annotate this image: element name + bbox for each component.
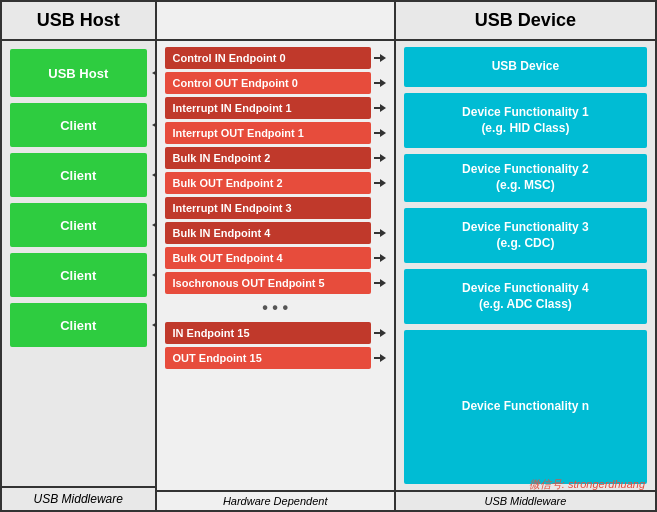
ep-arrow-3 [374,129,386,137]
ep-arrow-2 [374,104,386,112]
client-box-3: Client [10,203,147,247]
endpoints-column: Control IN Endpoint 0 Control OUT Endpoi… [157,2,396,510]
endpoint-box-11: OUT Endpoint 15 [165,347,371,369]
endpoint-box-8: Bulk OUT Endpoint 4 [165,247,371,269]
usb-host-column: USB Host USB Host Client Client [2,2,157,510]
usb-host-body: USB Host Client Client [2,41,155,486]
endpoint-row-9: Isochronous OUT Endpoint 5 [165,272,386,294]
ep-arrow-10 [374,329,386,337]
endpoint-row-10: IN Endpoint 15 [165,322,386,344]
endpoint-box-7: Bulk IN Endpoint 4 [165,222,371,244]
endpoint-box-5: Bulk OUT Endpoint 2 [165,172,371,194]
endpoint-row-11: OUT Endpoint 15 [165,347,386,369]
endpoint-box-3: Interrupt OUT Endpoint 1 [165,122,371,144]
ep-arrow-11 [374,354,386,362]
ep-arrow-4 [374,154,386,162]
endpoint-row-5: Bulk OUT Endpoint 2 [165,172,386,194]
device-func-4-box: Device Functionality 4 (e.g. ADC Class) [404,269,647,324]
device-functionalities-list: USB Device Device Functionality 1 (e.g. … [396,41,655,490]
endpoint-box-9: Isochronous OUT Endpoint 5 [165,272,371,294]
device-func-3-box: Device Functionality 3 (e.g. CDC) [404,208,647,263]
endpoint-box-2: Interrupt IN Endpoint 1 [165,97,371,119]
ep-arrow-7 [374,229,386,237]
device-func-2-box: Device Functionality 2 (e.g. MSC) [404,154,647,202]
hardware-dependent-footer: Hardware Dependent [157,490,394,510]
ep-arrow-5 [374,179,386,187]
endpoint-row-6: Interrupt IN Endpoint 3 [165,197,386,219]
endpoint-box-1: Control OUT Endpoint 0 [165,72,371,94]
endpoint-row-7: Bulk IN Endpoint 4 [165,222,386,244]
endpoint-row-1: Control OUT Endpoint 0 [165,72,386,94]
usb-host-box: USB Host [10,49,147,97]
diagram-container: USB Host USB Host Client Client [0,0,657,512]
ep-arrow-8 [374,254,386,262]
endpoint-box-6: Interrupt IN Endpoint 3 [165,197,371,219]
endpoint-box-4: Bulk IN Endpoint 2 [165,147,371,169]
client-box-4: Client [10,253,147,297]
endpoint-box-0: Control IN Endpoint 0 [165,47,371,69]
device-func-n-box: Device Functionality n [404,330,647,484]
usb-device-box: USB Device [404,47,647,87]
usb-device-header-right: USB Device [396,2,655,41]
client-box-1: Client [10,103,147,147]
endpoint-row-3: Interrupt OUT Endpoint 1 [165,122,386,144]
client-box-2: Client [10,153,147,197]
usb-middleware-footer: USB Middleware [2,486,155,510]
endpoints-list: Control IN Endpoint 0 Control OUT Endpoi… [157,41,394,490]
ep-arrow-0 [374,54,386,62]
ep-arrow-1 [374,79,386,87]
endpoint-row-0: Control IN Endpoint 0 [165,47,386,69]
dots-separator: • • • [165,297,386,319]
endpoint-row-2: Interrupt IN Endpoint 1 [165,97,386,119]
usb-device-header-mid [157,2,394,41]
ep-arrow-9 [374,279,386,287]
endpoint-row-8: Bulk OUT Endpoint 4 [165,247,386,269]
client-box-5: Client [10,303,147,347]
usb-middleware-right-footer: USB Middleware [396,490,655,510]
usb-device-column: USB Device USB Device Device Functionali… [396,2,655,510]
usb-host-header: USB Host [2,2,155,41]
endpoint-row-4: Bulk IN Endpoint 2 [165,147,386,169]
endpoint-box-10: IN Endpoint 15 [165,322,371,344]
watermark: 微信号: strongerdhuang [529,477,645,492]
device-func-1-box: Device Functionality 1 (e.g. HID Class) [404,93,647,148]
